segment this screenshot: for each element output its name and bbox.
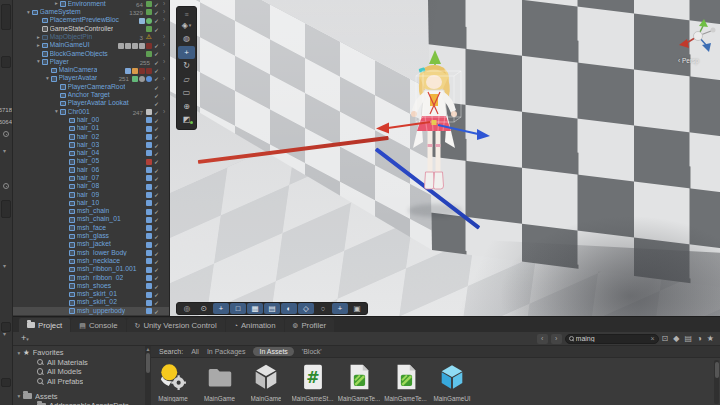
hierarchy-row-hair_05[interactable]: hair_05✓ [13, 158, 169, 166]
hierarchy-row-msh_glass[interactable]: msh_glass✓ [13, 232, 169, 240]
hierarchy-row-gamestatecontroller[interactable]: GameStateController✓ [13, 25, 169, 33]
snap-increment[interactable]: + [332, 303, 348, 314]
lighting-toggle[interactable]: ◐ [281, 303, 297, 314]
hierarchy-row-hair_07[interactable]: hair_07✓ [13, 174, 169, 182]
active-checkbox[interactable]: ✓ [152, 59, 161, 66]
prefab-open-chevron[interactable]: › [161, 17, 167, 24]
active-checkbox[interactable]: ✓ [152, 84, 161, 91]
custom-editor-tool[interactable]: ◩ [178, 114, 195, 127]
prefab-open-chevron[interactable]: › [161, 34, 167, 41]
asset-maingamest-[interactable]: #MainGameSt... [291, 360, 335, 402]
rotate-tool[interactable]: ↻ [178, 60, 195, 73]
active-checkbox[interactable]: ✓ [152, 109, 161, 116]
hidden-packages-icon[interactable]: ◑ [697, 334, 702, 343]
active-checkbox[interactable]: ✓ [152, 26, 161, 33]
transform-tool[interactable]: ⊕ [178, 100, 195, 113]
search-by-type-icon[interactable]: ◆ [673, 334, 679, 343]
active-checkbox[interactable]: ✓ [152, 42, 161, 49]
active-checkbox[interactable]: ✓ [152, 167, 161, 174]
hierarchy-row-gamesystem[interactable]: ▾GameSystem1329✓› [13, 8, 169, 16]
expand-arrow-icon[interactable]: ▾ [25, 10, 32, 16]
hierarchy-row-hair_03[interactable]: hair_03✓ [13, 141, 169, 149]
tree-item-assets[interactable]: ▾Assets [13, 391, 145, 401]
active-checkbox[interactable]: ✓ [152, 241, 161, 248]
expand-arrow-icon[interactable]: ▾ [44, 76, 51, 82]
move-tool[interactable]: + [178, 46, 195, 59]
active-checkbox[interactable]: ✓ [152, 258, 161, 265]
search-by-label-icon[interactable]: ▤ [684, 334, 692, 343]
tab-project[interactable]: Project [19, 318, 70, 332]
hierarchy-row-maincamera[interactable]: MainCamera✓ [13, 66, 169, 74]
hierarchy-row-msh_shoes[interactable]: msh_shoes✓ [13, 282, 169, 290]
scale-tool[interactable]: ▱ [178, 73, 195, 86]
tree-item-all-materials[interactable]: All Materials [13, 358, 145, 368]
create-asset-button[interactable]: +▾ [21, 334, 29, 343]
active-checkbox[interactable]: ✓ [152, 75, 161, 82]
hierarchy-row-msh_ribbon_02[interactable]: msh_ribbon_02✓ [13, 274, 169, 282]
active-checkbox[interactable]: ✓ [152, 150, 161, 157]
project-search-box[interactable]: × [565, 334, 659, 344]
tool-selector[interactable]: ◈▾ [178, 19, 195, 32]
audio-toggle[interactable]: ○ [315, 303, 331, 314]
asset-maingamete-[interactable]: MainGameTe... [384, 360, 428, 402]
active-checkbox[interactable]: ✓ [152, 158, 161, 165]
hierarchy-row-msh_skirt_02[interactable]: msh_skirt_02✓ [13, 299, 169, 307]
active-checkbox[interactable]: ✓ [152, 250, 161, 257]
scene-orientation-gizmo[interactable] [675, 18, 720, 58]
expand-arrow-icon[interactable]: ▾ [35, 59, 42, 65]
hierarchy-row-mapobjectpin[interactable]: ▸MapObjectPin3⚠› [13, 33, 169, 41]
prefab-open-chevron[interactable]: › [161, 1, 167, 8]
tree-item-favorites[interactable]: ▾★Favorites [13, 348, 145, 358]
hierarchy-row-msh_necklace[interactable]: msh_necklace✓ [13, 257, 169, 265]
active-checkbox[interactable]: ✓ [152, 233, 161, 240]
save-search-icon[interactable]: ★ [707, 334, 714, 343]
prefab-open-chevron[interactable]: › [161, 109, 167, 116]
prefab-open-chevron[interactable]: › [161, 59, 167, 66]
scene-view[interactable]: ‹ Persp ≡◈▾◍+↻▱▭⊕◩ ◎⊙+□▦▤◐◇○+▣ [170, 0, 720, 316]
hierarchy-row-hair_04[interactable]: hair_04✓ [13, 149, 169, 157]
scope-in-assets[interactable]: In Assets [253, 347, 293, 356]
active-checkbox[interactable]: ✓ [152, 191, 161, 198]
active-checkbox[interactable]: ✓ [152, 175, 161, 182]
active-checkbox[interactable]: ✓ [152, 1, 161, 8]
hierarchy-row-chr001[interactable]: ▾Chr001247✓› [13, 108, 169, 116]
asset-maingame[interactable]: Maingame [151, 360, 195, 402]
hierarchy-row-hair_09[interactable]: hair_09✓ [13, 191, 169, 199]
snap-move[interactable]: + [213, 303, 229, 314]
tree-item-addressableassetsdata[interactable]: ▸AddressableAssetsData [13, 401, 145, 405]
hierarchy-row-msh_chain_01[interactable]: msh_chain_01✓ [13, 216, 169, 224]
chevron-down-icon[interactable]: ▾ [3, 147, 6, 154]
gizmo-toggle[interactable]: ◇ [298, 303, 314, 314]
prefab-open-chevron[interactable]: › [161, 9, 167, 16]
active-checkbox[interactable]: ✓ [152, 92, 161, 99]
asset-maingameui[interactable]: MainGameUI [430, 360, 474, 402]
nav-forward-button[interactable]: › [551, 334, 562, 344]
hierarchy-row-msh_jacket[interactable]: msh_jacket✓ [13, 241, 169, 249]
active-checkbox[interactable]: ✓ [152, 133, 161, 140]
hierarchy-row-playercameraroot[interactable]: PlayerCameraRoot✓ [13, 83, 169, 91]
active-checkbox[interactable]: ✓ [152, 225, 161, 232]
layers-toggle[interactable]: ▤ [264, 303, 280, 314]
expand-arrow-icon[interactable]: ▾ [15, 350, 23, 356]
snap-bounds[interactable]: □ [230, 303, 246, 314]
overlay-grip[interactable]: ≡ [178, 10, 195, 18]
rect-tool[interactable]: ▭ [178, 87, 195, 100]
open-search-window-icon[interactable]: ⊡ [662, 334, 669, 343]
prefab-open-chevron[interactable]: › [161, 42, 167, 49]
hierarchy-row-msh_face[interactable]: msh_face✓ [13, 224, 169, 232]
view-hand-tool[interactable]: ◍ [178, 33, 195, 46]
hierarchy-row-maingameui[interactable]: ▸MainGameUI✓› [13, 41, 169, 49]
active-checkbox[interactable]: ✓ [152, 308, 161, 315]
hierarchy-row-msh_upperbody[interactable]: msh_upperbody✓ [13, 307, 169, 315]
tab-profiler[interactable]: ⊚Profiler [285, 318, 335, 332]
player-avatar-character[interactable] [372, 48, 494, 226]
hierarchy-row-blockgameobjects[interactable]: BlockGameObjects✓ [13, 50, 169, 58]
scene-2d-toggle[interactable]: ⊙ [196, 303, 212, 314]
tree-item-all-prefabs[interactable]: All Prefabs [13, 377, 145, 387]
active-checkbox[interactable]: ✓ [152, 50, 161, 57]
active-checkbox[interactable]: ✓ [152, 9, 161, 16]
hierarchy-row-playeravatar[interactable]: ▾PlayerAvatar251✓› [13, 75, 169, 83]
asset-maingamete-[interactable]: MainGameTe... [337, 360, 381, 402]
gear-icon[interactable] [3, 131, 9, 137]
hierarchy-row-placementpreviewbloc[interactable]: PlacementPreviewBloc✓› [13, 17, 169, 25]
